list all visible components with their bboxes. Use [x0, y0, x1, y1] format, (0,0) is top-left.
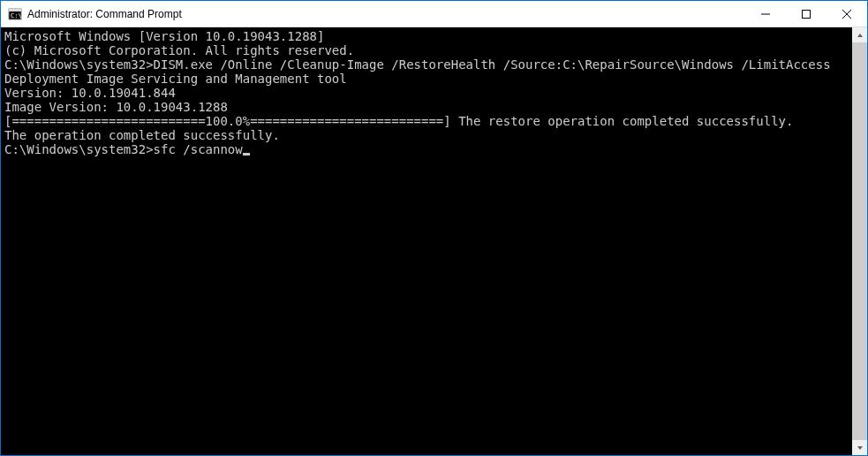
terminal-line: C:\Windows\system32>sfc /scannow	[4, 142, 849, 156]
svg-marker-7	[857, 34, 863, 37]
terminal-line: [==========================100.0%=======…	[4, 114, 849, 128]
cmd-icon: C:\	[8, 7, 22, 21]
close-button[interactable]	[826, 1, 867, 27]
terminal-area: Microsoft Windows [Version 10.0.19043.12…	[1, 27, 867, 455]
terminal-line: Image Version: 10.0.19043.1288	[4, 100, 849, 114]
titlebar[interactable]: C:\ Administrator: Command Prompt	[1, 1, 867, 27]
terminal-line: C:\Windows\system32>DISM.exe /Online /Cl…	[4, 57, 849, 72]
terminal-line: (c) Microsoft Corporation. All rights re…	[4, 43, 849, 57]
svg-rect-4	[803, 10, 811, 18]
vertical-scrollbar[interactable]	[852, 27, 867, 455]
cursor	[243, 153, 250, 156]
maximize-button[interactable]	[786, 1, 826, 27]
svg-marker-8	[857, 446, 863, 450]
scroll-down-button[interactable]	[852, 440, 867, 455]
svg-text:C:\: C:\	[11, 12, 22, 19]
terminal-line: The operation completed successfully.	[4, 128, 849, 142]
terminal-line: Deployment Image Servicing and Managemen…	[4, 72, 849, 86]
scroll-thumb[interactable]	[852, 42, 867, 440]
window-title: Administrator: Command Prompt	[27, 8, 182, 20]
terminal-output[interactable]: Microsoft Windows [Version 10.0.19043.12…	[1, 27, 852, 455]
minimize-button[interactable]	[745, 1, 786, 27]
window-controls	[745, 1, 867, 27]
terminal-line: Microsoft Windows [Version 10.0.19043.12…	[4, 29, 849, 43]
svg-rect-1	[9, 9, 21, 11]
scroll-track[interactable]	[852, 42, 867, 440]
terminal-line: Version: 10.0.19041.844	[4, 86, 849, 100]
scroll-up-button[interactable]	[852, 27, 867, 42]
command-prompt-window: C:\ Administrator: Command Prompt Micros…	[0, 0, 868, 456]
